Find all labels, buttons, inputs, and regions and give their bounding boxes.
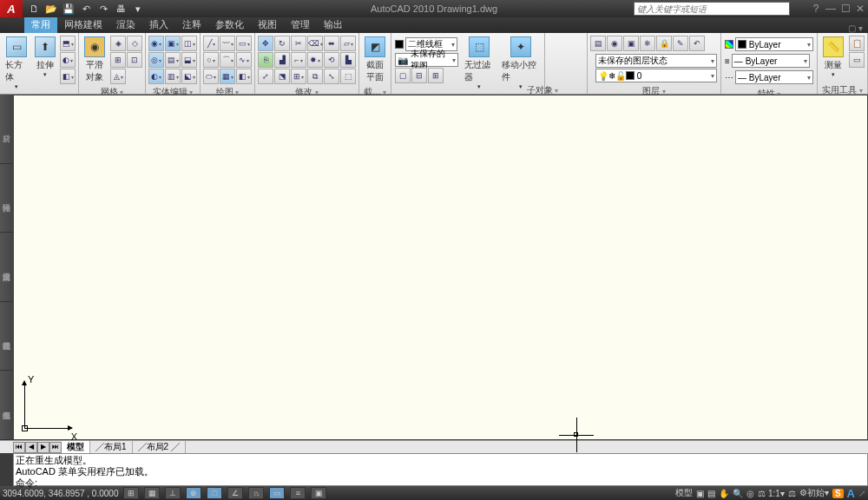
tab-next-icon[interactable]: ▶ [37, 442, 49, 453]
union-icon[interactable]: ◉ [148, 36, 164, 51]
arc-icon[interactable]: ⌒ [220, 52, 235, 68]
redo-icon[interactable]: ↷ [95, 2, 111, 16]
cleanscreen-icon[interactable]: ⤢ [858, 489, 865, 498]
maximize-icon[interactable]: ☐ [839, 3, 852, 15]
layer-state-combo[interactable]: 未保存的图层状态▾ [595, 54, 717, 68]
intersect-icon[interactable]: ◐ [148, 69, 164, 84]
palette-materials[interactable]: 材质 [0, 95, 13, 164]
tab-annotate[interactable]: 注释 [175, 16, 208, 33]
wheel-icon[interactable]: ◎ [746, 489, 754, 498]
lineweight-icon[interactable]: ≡ [725, 56, 730, 66]
paste-icon[interactable]: 📋 [849, 36, 865, 51]
app-menu-button[interactable]: A [0, 0, 23, 17]
minimize-icon[interactable]: — [825, 3, 837, 15]
presspull-icon[interactable]: ◧ [60, 69, 76, 84]
snap-icon[interactable]: ⊞ [123, 487, 139, 499]
polyline-icon[interactable]: 〰 [220, 36, 235, 51]
new-icon[interactable]: 🗋 [26, 2, 42, 16]
tab-last-icon[interactable]: ⏭ [49, 442, 62, 453]
tab-parametric[interactable]: 参数化 [208, 16, 251, 33]
model-button[interactable]: 模型 [675, 487, 693, 499]
vp-join-icon[interactable]: ⊟ [411, 68, 427, 83]
layer-freeze-icon[interactable]: ❄ [640, 36, 655, 51]
open-icon[interactable]: 📂 [43, 2, 59, 16]
rotate-icon[interactable]: ↻ [274, 36, 290, 51]
view-combo[interactable]: 📷 未保存的视图▾ [395, 53, 458, 67]
ducs-icon[interactable]: ⏢ [248, 487, 264, 499]
extrude-button[interactable]: ⬆拉伸▾ [32, 35, 58, 80]
explode-icon[interactable]: ✸ [307, 52, 323, 68]
qv-drawings-icon[interactable]: ▤ [707, 489, 715, 498]
workspace-switch[interactable]: ⚙初始▾ [799, 487, 829, 499]
spline-icon[interactable]: ∿ [236, 52, 252, 68]
mesh-more-icon[interactable]: ◈ [110, 36, 126, 51]
imprint-icon[interactable]: ⬕ [181, 69, 197, 84]
smooth-button[interactable]: ◉平滑 对象 [81, 35, 108, 85]
mesh-convert-icon[interactable]: ◬ [110, 69, 126, 84]
palette-sun[interactable]: 阳光特性 [0, 164, 13, 234]
anno-vis-icon[interactable]: ⚖ [788, 489, 796, 498]
region-icon[interactable]: ◧ [236, 69, 252, 84]
palette-render[interactable]: 高级渲染设置 [0, 233, 13, 302]
layer-lock-icon[interactable]: 🔒 [656, 36, 672, 51]
erase-icon[interactable]: ⌫ [307, 36, 323, 51]
move-icon[interactable]: ✥ [258, 36, 273, 51]
mesh-crease-icon[interactable]: ⊡ [127, 52, 142, 68]
print-icon[interactable]: 🖶 [113, 2, 128, 16]
3dmove-icon[interactable]: ⬌ [324, 36, 339, 51]
anno-scale[interactable]: ⚖ 1:1▾ [758, 489, 785, 498]
offset-icon[interactable]: ⧉ [307, 69, 323, 84]
save-icon[interactable]: 💾 [61, 2, 76, 16]
layer-prev-icon[interactable]: ↶ [689, 36, 705, 51]
copy-icon[interactable]: ⎘ [258, 52, 273, 68]
palette-lights[interactable]: 模型中的光源 [0, 371, 13, 440]
lwt-icon[interactable]: ≡ [290, 487, 306, 499]
tab-view[interactable]: 视图 [251, 16, 284, 33]
3dscale-icon[interactable]: ⤡ [324, 69, 339, 84]
polysolid-icon[interactable]: ⬒ [60, 36, 76, 51]
layout2-tab[interactable]: ╱布局2 ╱ [133, 441, 186, 453]
hatch-icon[interactable]: ▦ [220, 69, 235, 84]
vp-single-icon[interactable]: ▢ [395, 68, 411, 83]
coordinates[interactable]: 3094.6009, 346.8957 , 0.0000 [3, 489, 118, 498]
close-icon[interactable]: ✕ [854, 3, 866, 15]
section-plane-button[interactable]: ◩截面 平面 [361, 35, 389, 85]
help-icon[interactable]: ? [810, 3, 822, 15]
line-icon[interactable]: ╱ [203, 36, 219, 51]
stretch-icon[interactable]: ⤢ [258, 69, 273, 84]
otrack-icon[interactable]: ∠ [227, 487, 243, 499]
ortho-icon[interactable]: ⊥ [165, 487, 181, 499]
panel-label[interactable]: 子对象 [521, 83, 564, 94]
tab-render[interactable]: 渲染 [109, 16, 142, 33]
linetype-combo[interactable]: — ByLayer▾ [735, 70, 813, 84]
panel-label[interactable]: 实用工具 [819, 83, 865, 94]
infocenter-search[interactable] [634, 2, 790, 16]
lineweight-combo[interactable]: — ByLayer▾ [732, 54, 810, 68]
scale-icon[interactable]: ⬔ [274, 69, 290, 84]
prop-color-icon[interactable] [725, 40, 733, 49]
circle-icon[interactable]: ○ [203, 52, 219, 68]
tab-first-icon[interactable]: ⏮ [13, 442, 25, 453]
layout1-tab[interactable]: ╱布局1 [90, 441, 133, 453]
layer-combo[interactable]: 💡❄🔓 0▾ [595, 69, 717, 82]
fillet-icon[interactable]: ⌐ [291, 52, 306, 68]
3dmirror-icon[interactable]: ▙ [340, 52, 356, 68]
layer-off-icon[interactable]: ◉ [607, 36, 622, 51]
box-button[interactable]: ▭长方体▾ [2, 35, 31, 92]
mirror-icon[interactable]: ▟ [274, 52, 290, 68]
trim-icon[interactable]: ✂ [291, 36, 306, 51]
dyn-icon[interactable]: ▭ [269, 487, 285, 499]
drawing-area[interactable] [13, 95, 868, 440]
polar-icon[interactable]: ⊕ [186, 487, 201, 499]
mesh-less-icon[interactable]: ◇ [127, 36, 142, 51]
qv-layouts-icon[interactable]: ▣ [696, 489, 704, 498]
osnap-icon[interactable]: □ [207, 487, 222, 499]
shell-icon[interactable]: ◫ [181, 36, 197, 51]
vp-cfg-icon[interactable]: ⊞ [428, 68, 444, 83]
tab-mesh[interactable]: 网格建模 [57, 16, 109, 33]
offset-face-icon[interactable]: ▥ [165, 69, 181, 84]
color-combo[interactable]: ByLayer▾ [735, 37, 813, 51]
select-icon[interactable]: ▭ [849, 52, 865, 68]
model-tab[interactable]: 模型 [62, 441, 90, 453]
search-input[interactable] [635, 3, 789, 15]
